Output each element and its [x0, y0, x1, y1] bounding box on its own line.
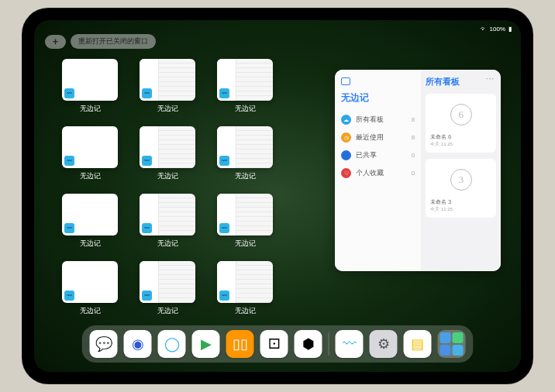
app-window-thumbnail[interactable]: 〰无边记 — [62, 59, 118, 114]
item-count: 8 — [412, 116, 415, 123]
dock-app-browser1[interactable]: ◉ — [124, 330, 152, 358]
panel-title: 无边记 — [341, 91, 415, 105]
app-window-thumbnail[interactable]: 〰无边记 — [217, 261, 273, 316]
dock-app-wechat[interactable]: 💬 — [90, 330, 118, 358]
sidebar-item-label: 已共享 — [356, 150, 377, 160]
thumbnail-label: 无边记 — [157, 239, 178, 249]
thumbnail-label: 无边记 — [235, 306, 256, 316]
reopen-closed-window-button[interactable]: 重新打开已关闭的窗口 — [71, 34, 156, 49]
board-sketch: 6 — [450, 104, 472, 126]
board-sketch: 3 — [450, 169, 472, 191]
freeform-app-icon: 〰 — [142, 156, 152, 166]
dock-app-qqbrowser[interactable]: ◯ — [158, 330, 186, 358]
app-window-thumbnail[interactable]: 〰无边记 — [62, 194, 118, 249]
new-window-button[interactable]: + — [45, 35, 66, 49]
dock: 💬◉◯▶▯▯⚀⬢〰⚙▤ — [82, 325, 474, 363]
board-card[interactable]: 3未命名 3今天 11:25 — [426, 159, 496, 218]
thumbnail-label: 无边记 — [80, 239, 101, 249]
screen: ᯤ 100% ▮ + 重新打开已关闭的窗口 〰无边记〰无边记〰无边记〰无边记〰无… — [34, 20, 521, 372]
thumbnail-label: 无边记 — [235, 171, 256, 181]
app-window-thumbnail[interactable]: 〰无边记 — [217, 59, 273, 114]
wifi-icon: ᯤ — [481, 26, 487, 33]
app-window-thumbnail[interactable]: 〰无边记 — [140, 194, 195, 249]
freeform-app-icon: 〰 — [219, 88, 229, 98]
freeform-app-icon: 〰 — [219, 156, 229, 166]
category-icon: ◷ — [341, 132, 351, 143]
app-window-thumbnail[interactable]: 〰无边记 — [140, 261, 195, 316]
dock-app-dice[interactable]: ⚀ — [260, 330, 288, 358]
sidebar-item-label: 最近使用 — [356, 132, 384, 143]
app-window-thumbnail[interactable]: 〰无边记 — [140, 59, 195, 114]
sidebar-item[interactable]: ◷最近使用8 — [341, 129, 415, 146]
freeform-app-icon: 〰 — [64, 291, 74, 301]
sidebar-item[interactable]: ♡个人收藏0 — [341, 164, 415, 182]
status-bar: ᯤ 100% ▮ — [34, 23, 521, 34]
app-window-thumbnail[interactable]: 〰无边记 — [62, 126, 118, 181]
app-window-thumbnail[interactable]: 〰无边记 — [217, 126, 273, 181]
thumbnail-label: 无边记 — [80, 171, 101, 181]
thumbnail-label: 无边记 — [157, 171, 178, 181]
dock-separator — [329, 332, 329, 356]
freeform-app-icon: 〰 — [219, 291, 229, 301]
board-meta: 未命名 3今天 11:25 — [430, 198, 491, 213]
freeform-app-icon: 〰 — [219, 223, 229, 233]
thumbnail-label: 无边记 — [235, 239, 256, 249]
dock-app-camera[interactable]: ⬢ — [295, 330, 322, 358]
freeform-app-icon: 〰 — [64, 88, 74, 98]
ipad-frame: ᯤ 100% ▮ + 重新打开已关闭的窗口 〰无边记〰无边记〰无边记〰无边记〰无… — [22, 8, 533, 384]
sidebar-item-label: 所有看板 — [356, 115, 384, 125]
dock-app-notes[interactable]: ▤ — [404, 330, 432, 358]
category-icon: ♡ — [341, 168, 351, 178]
battery-icon: ▮ — [508, 26, 512, 33]
dock-app-settings[interactable]: ⚙ — [370, 330, 398, 358]
freeform-app-icon: 〰 — [64, 156, 74, 166]
item-count: 0 — [412, 152, 415, 159]
app-window-thumbnail[interactable]: 〰无边记 — [140, 126, 195, 181]
category-icon: ☁ — [341, 115, 351, 125]
thumbnail-label: 无边记 — [80, 306, 101, 316]
battery-text: 100% — [490, 26, 505, 33]
sidebar-item-label: 个人收藏 — [356, 168, 384, 178]
item-count: 0 — [412, 170, 415, 177]
item-count: 8 — [412, 134, 415, 141]
thumbnail-label: 无边记 — [157, 306, 178, 316]
more-icon[interactable]: ··· — [486, 74, 495, 83]
dock-app-freeform[interactable]: 〰 — [336, 330, 364, 358]
thumbnail-label: 无边记 — [157, 104, 178, 114]
panel-sidebar: 无边记 ☁所有看板8◷最近使用8👤已共享0♡个人收藏0 — [335, 70, 421, 271]
freeform-app-icon: 〰 — [142, 223, 152, 233]
dock-app-play[interactable]: ▶ — [192, 330, 220, 358]
panel-content: 所有看板 6未命名 6今天 11:253未命名 3今天 11:25 — [421, 70, 501, 271]
dock-app-books[interactable]: ▯▯ — [226, 330, 254, 358]
board-meta: 未命名 6今天 11:25 — [430, 133, 491, 148]
sidebar-toggle-icon[interactable] — [341, 77, 350, 85]
freeform-panel[interactable]: ··· 无边记 ☁所有看板8◷最近使用8👤已共享0♡个人收藏0 所有看板 6未命… — [335, 70, 501, 271]
category-icon: 👤 — [341, 150, 351, 160]
board-card[interactable]: 6未命名 6今天 11:25 — [426, 94, 496, 153]
app-window-thumbnail[interactable]: 〰无边记 — [217, 194, 273, 249]
top-controls: + 重新打开已关闭的窗口 — [45, 34, 156, 49]
thumbnail-label: 无边记 — [235, 104, 256, 114]
thumbnail-label: 无边记 — [80, 104, 101, 114]
app-switcher-grid: 〰无边记〰无边记〰无边记〰无边记〰无边记〰无边记〰无边记〰无边记〰无边记〰无边记… — [62, 59, 273, 316]
freeform-app-icon: 〰 — [64, 223, 74, 233]
freeform-app-icon: 〰 — [142, 88, 152, 98]
app-window-thumbnail[interactable]: 〰无边记 — [62, 261, 118, 316]
sidebar-item[interactable]: ☁所有看板8 — [341, 111, 415, 129]
dock-app-library[interactable] — [438, 330, 466, 358]
freeform-app-icon: 〰 — [142, 291, 152, 301]
sidebar-item[interactable]: 👤已共享0 — [341, 146, 415, 164]
